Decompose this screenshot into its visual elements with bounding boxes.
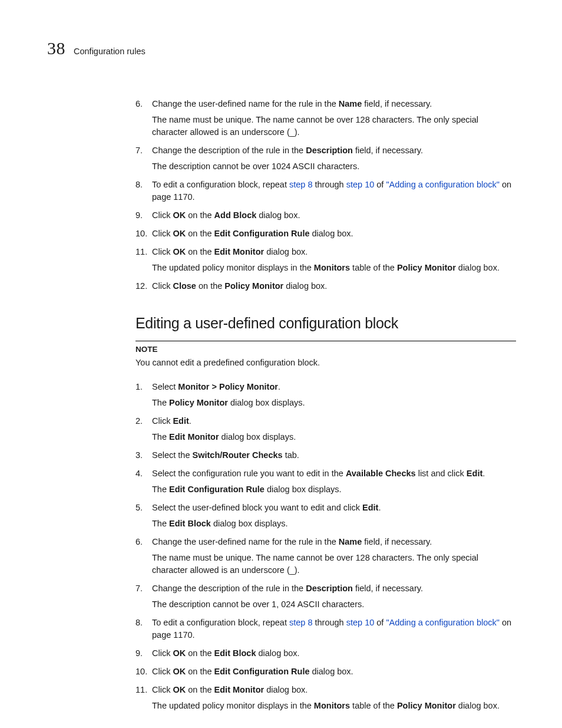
step-text: Select the Switch/Router Checks tab. xyxy=(152,449,516,462)
step-item: 6.Change the user-defined name for the r… xyxy=(135,98,516,139)
step-item: 5.Select the user-defined block you want… xyxy=(135,502,516,530)
bold-text: Edit Monitor xyxy=(169,432,219,442)
step-text: Click OK on the Edit Monitor dialog box. xyxy=(152,684,516,696)
step-subtext: The description cannot be over 1024 ASCI… xyxy=(152,160,516,173)
bold-text: Edit Block xyxy=(214,648,256,658)
bold-text: Edit Monitor xyxy=(214,247,265,256)
step-number: 3. xyxy=(135,449,143,462)
step-number: 9. xyxy=(135,209,143,222)
cross-ref-link[interactable]: step 8 xyxy=(289,618,313,627)
bold-text: Edit Configuration Rule xyxy=(214,229,310,238)
step-text: Click OK on the Add Block dialog box. xyxy=(152,209,516,222)
note-label: NOTE xyxy=(135,344,516,355)
bold-text: OK xyxy=(173,648,186,658)
bold-text: Policy Monitor xyxy=(169,398,228,407)
step-item: 8.To edit a configuration block, repeat … xyxy=(135,179,516,203)
step-number: 11. xyxy=(135,246,147,258)
step-item: 3.Select the Switch/Router Checks tab. xyxy=(135,449,516,462)
bold-text: Edit xyxy=(362,503,378,512)
step-number: 8. xyxy=(135,179,143,191)
step-number: 10. xyxy=(135,228,147,240)
bold-text: Description xyxy=(306,584,353,593)
step-subtext: The name must be unique. The name cannot… xyxy=(152,552,516,577)
step-item: 9.Click OK on the Edit Block dialog box. xyxy=(135,647,516,660)
step-number: 9. xyxy=(135,647,143,660)
bold-text: OK xyxy=(173,667,186,676)
cross-ref-link[interactable]: step 8 xyxy=(289,180,313,189)
bold-text: Edit Configuration Rule xyxy=(214,667,310,676)
bold-text: Add Block xyxy=(214,210,257,220)
cross-ref-link[interactable]: step 10 xyxy=(346,618,375,627)
step-item: 7.Change the description of the rule in … xyxy=(135,582,516,611)
step-text: Change the user-defined name for the rul… xyxy=(152,98,516,110)
step-number: 7. xyxy=(135,582,143,595)
step-subtext: The updated policy monitor displays in t… xyxy=(152,262,516,274)
step-number: 4. xyxy=(135,467,143,480)
bold-text: Description xyxy=(306,146,353,155)
step-item: 11.Click OK on the Edit Monitor dialog b… xyxy=(135,684,516,712)
bold-text: OK xyxy=(173,229,186,238)
bold-text: Policy Monitor xyxy=(397,701,456,710)
step-item: 1.Select Monitor > Policy Monitor.The Po… xyxy=(135,381,516,409)
step-item: 10.Click OK on the Edit Configuration Ru… xyxy=(135,228,516,240)
step-subtext: The Edit Configuration Rule dialog box d… xyxy=(152,483,516,496)
step-text: Click OK on the Edit Monitor dialog box. xyxy=(152,246,516,258)
bold-text: Edit Configuration Rule xyxy=(169,485,265,494)
step-text: Select the user-defined block you want t… xyxy=(152,502,516,514)
step-number: 7. xyxy=(135,144,143,157)
step-number: 2. xyxy=(135,415,143,427)
section-heading: Editing a user-defined configuration blo… xyxy=(135,312,516,334)
step-text: Click OK on the Edit Block dialog box. xyxy=(152,647,516,660)
bold-text: Close xyxy=(173,281,196,291)
bold-text: Edit Block xyxy=(169,519,211,528)
bold-text: OK xyxy=(173,210,186,220)
step-subtext: The description cannot be over 1, 024 AS… xyxy=(152,598,516,611)
step-item: 10.Click OK on the Edit Configuration Ru… xyxy=(135,666,516,678)
bold-text: Name xyxy=(339,99,362,108)
step-subtext: The Policy Monitor dialog box displays. xyxy=(152,397,516,409)
cross-ref-link[interactable]: "Adding a configuration block" xyxy=(386,180,499,189)
step-item: 6.Change the user-defined name for the r… xyxy=(135,536,516,577)
step-number: 8. xyxy=(135,617,143,629)
bold-text: OK xyxy=(173,685,186,694)
bold-text: OK xyxy=(173,247,186,256)
bold-text: Monitors xyxy=(314,701,350,710)
step-text: Select Monitor > Policy Monitor. xyxy=(152,381,516,393)
step-text: To edit a configuration block, repeat st… xyxy=(152,179,516,203)
step-text: To edit a configuration block, repeat st… xyxy=(152,617,516,641)
step-subtext: The name must be unique. The name cannot… xyxy=(152,114,516,139)
bold-text: Policy Monitor xyxy=(397,263,456,272)
step-subtext: The Edit Block dialog box displays. xyxy=(152,518,516,530)
chapter-number: 38 xyxy=(47,35,65,61)
step-list-top: 6.Change the user-defined name for the r… xyxy=(135,98,516,292)
step-number: 11. xyxy=(135,684,147,696)
bold-text: Available Checks xyxy=(346,469,416,478)
step-item: 7.Change the description of the rule in … xyxy=(135,144,516,173)
step-number: 6. xyxy=(135,98,143,110)
step-item: 9.Click OK on the Add Block dialog box. xyxy=(135,209,516,222)
cross-ref-link[interactable]: "Adding a configuration block" xyxy=(386,618,499,627)
step-subtext: The Edit Monitor dialog box displays. xyxy=(152,431,516,443)
step-number: 1. xyxy=(135,381,143,393)
step-item: 8.To edit a configuration block, repeat … xyxy=(135,617,516,641)
bold-text: Edit Monitor xyxy=(214,685,265,694)
step-text: Select the configuration rule you want t… xyxy=(152,467,516,480)
bold-text: Switch/Router Checks xyxy=(193,450,283,460)
step-number: 6. xyxy=(135,536,143,548)
step-text: Click Close on the Policy Monitor dialog… xyxy=(152,280,516,292)
step-text: Click OK on the Edit Configuration Rule … xyxy=(152,666,516,678)
step-number: 5. xyxy=(135,502,143,514)
step-text: Click OK on the Edit Configuration Rule … xyxy=(152,228,516,240)
step-text: Change the description of the rule in th… xyxy=(152,144,516,157)
step-number: 10. xyxy=(135,666,147,678)
bold-text: Edit xyxy=(467,469,482,478)
step-item: 12.Click Close on the Policy Monitor dia… xyxy=(135,280,516,292)
cross-ref-link[interactable]: step 10 xyxy=(346,180,375,189)
bold-text: Edit xyxy=(173,416,189,426)
step-text: Change the user-defined name for the rul… xyxy=(152,536,516,548)
step-subtext: The updated policy monitor displays in t… xyxy=(152,700,516,712)
step-text: Change the description of the rule in th… xyxy=(152,582,516,595)
page-content: 6.Change the user-defined name for the r… xyxy=(135,98,516,712)
note-body: You cannot edit a predefined configurati… xyxy=(135,357,516,369)
step-list-bottom: 1.Select Monitor > Policy Monitor.The Po… xyxy=(135,381,516,712)
